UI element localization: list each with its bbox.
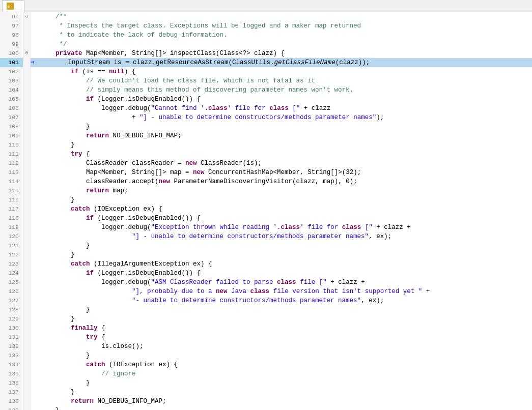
code-content: return NO_DEBUG_INFO_MAP;: [38, 397, 166, 406]
line-number: 102: [0, 67, 23, 76]
code-line: is.close();: [31, 342, 532, 351]
fold-marker: [23, 150, 30, 159]
fold-marker: [23, 232, 30, 241]
line-numbers-panel: 9697989910010110210310410510610710810911…: [0, 12, 23, 410]
code-line: }: [31, 378, 532, 388]
code-line: classReader.accept(new ParameterNameDisc…: [31, 177, 532, 186]
code-content: return NO_DEBUG_INFO_MAP;: [38, 131, 182, 140]
code-line: catch (IOException ex) {: [31, 360, 532, 369]
fold-marker: [23, 58, 30, 67]
line-number: 119: [0, 223, 23, 232]
fold-marker: [23, 168, 30, 177]
fold-marker: [23, 131, 30, 140]
code-content: * to indicate the lack of debug informat…: [38, 31, 228, 40]
line-number: 99: [0, 40, 23, 49]
fold-marker: [23, 342, 30, 351]
line-number: 138: [0, 397, 23, 406]
code-content: }: [38, 241, 90, 250]
line-number: 132: [0, 342, 23, 351]
code-content: return map;: [38, 186, 128, 195]
code-line: /**: [31, 12, 532, 21]
code-line: * Inspects the target class. Exceptions …: [31, 21, 532, 31]
fold-marker: [23, 250, 30, 259]
fold-marker: [23, 76, 30, 85]
code-content: try {: [38, 150, 90, 159]
code-content: Map<Member, String[]> map = new Concurre…: [38, 168, 361, 177]
line-number: 109: [0, 131, 23, 140]
code-line: catch (IOException ex) {: [31, 204, 532, 214]
line-number: 107: [0, 113, 23, 122]
line-number: 129: [0, 314, 23, 324]
code-line: if (is == null) {: [31, 67, 532, 76]
line-number: 136: [0, 378, 23, 388]
editor-tab[interactable]: C: [2, 1, 24, 12]
fold-marker: [23, 269, 30, 278]
code-content: logger.debug("Exception thrown while rea…: [38, 223, 411, 232]
line-number: 105: [0, 95, 23, 104]
code-line: }: [31, 241, 532, 250]
code-content: }: [38, 122, 90, 131]
line-number: 128: [0, 305, 23, 314]
code-line: Map<Member, String[]> map = new Concurre…: [31, 168, 532, 177]
code-line: }: [31, 388, 532, 397]
line-number: 114: [0, 177, 23, 186]
code-content: catch (IOException ex) {: [38, 204, 162, 214]
line-number: 101: [0, 58, 23, 67]
line-number: 126: [0, 287, 23, 296]
code-content: InputStream is = clazz.getResourceAsStre…: [36, 58, 370, 67]
line-number: 103: [0, 76, 23, 85]
fold-marker: [23, 287, 30, 296]
code-line: * to indicate the lack of debug informat…: [31, 31, 532, 40]
code-content: catch (IOException ex) {: [38, 360, 178, 369]
code-content: "] - unable to determine constructors/me…: [38, 232, 391, 241]
fold-marker: [23, 333, 30, 342]
line-number: 130: [0, 324, 23, 333]
line-number: 100: [0, 49, 23, 58]
line-number: 134: [0, 360, 23, 369]
code-line: "], probably due to a new Java class fil…: [31, 287, 532, 296]
editor-container: 9697989910010110210310410510610710810911…: [0, 12, 532, 410]
line-number: 113: [0, 168, 23, 177]
tab-bar: C: [0, 0, 532, 12]
fold-marker: [23, 140, 30, 150]
code-content: }: [38, 388, 75, 397]
fold-marker[interactable]: ⊖: [23, 49, 30, 58]
debug-arrow: ⇒: [31, 58, 35, 67]
fold-marker: [23, 388, 30, 397]
code-content: if (is == null) {: [38, 67, 136, 76]
line-number: 137: [0, 388, 23, 397]
fold-marker: [23, 159, 30, 168]
fold-marker: [23, 360, 30, 369]
code-content: "- unable to determine constructors/meth…: [38, 296, 384, 305]
code-content: // simply means this method of discoveri…: [38, 85, 353, 95]
line-number: 120: [0, 232, 23, 241]
line-number: 135: [0, 369, 23, 378]
line-number: 139: [0, 406, 23, 410]
code-content: private Map<Member, String[]> inspectCla…: [38, 49, 285, 58]
line-number: 110: [0, 140, 23, 150]
code-line: ⇒ InputStream is = clazz.getResourceAsSt…: [31, 58, 532, 67]
line-number: 118: [0, 214, 23, 223]
line-number: 125: [0, 278, 23, 287]
line-number: 121: [0, 241, 23, 250]
fold-marker: [23, 324, 30, 333]
code-content: is.close();: [38, 342, 144, 351]
line-number: 131: [0, 333, 23, 342]
code-line: if (Logger.isDebugEnabled()) {: [31, 214, 532, 223]
line-number: 124: [0, 269, 23, 278]
fold-column: ⊖ ⊖: [23, 12, 31, 410]
fold-marker: [23, 305, 30, 314]
code-area[interactable]: /** * Inspects the target class. Excepti…: [31, 12, 532, 410]
code-content: ClassReader classReader = new ClassReade…: [38, 159, 262, 168]
code-content: "], probably due to a new Java class fil…: [38, 287, 430, 296]
code-content: // We couldn't load the class file, whic…: [38, 76, 315, 85]
code-content: /**: [38, 12, 67, 21]
fold-marker[interactable]: ⊖: [23, 12, 30, 21]
code-line: if (Logger.isDebugEnabled()) {: [31, 269, 532, 278]
code-line: logger.debug("Exception thrown while rea…: [31, 223, 532, 232]
fold-marker: [23, 223, 30, 232]
line-number: 104: [0, 85, 23, 95]
code-line: return NO_DEBUG_INFO_MAP;: [31, 131, 532, 140]
code-line: }: [31, 140, 532, 150]
fold-marker: [23, 378, 30, 388]
